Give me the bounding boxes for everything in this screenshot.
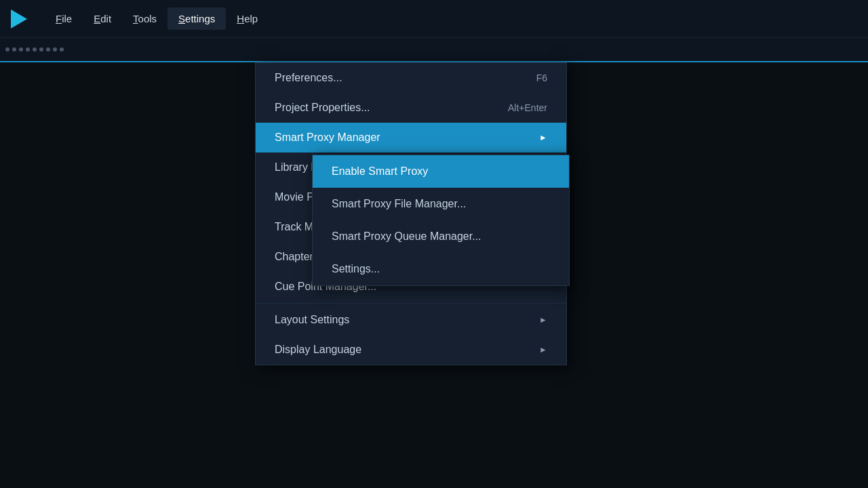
menu-help[interactable]: Help xyxy=(226,7,269,30)
toolbar-dot xyxy=(33,47,37,52)
toolbar-dot xyxy=(19,47,23,52)
app-logo xyxy=(5,5,33,33)
menu-project-properties[interactable]: Project Properties... Alt+Enter xyxy=(256,93,566,123)
menu-tools-label: Tools xyxy=(133,13,157,24)
smart-proxy-file-manager-label: Smart Proxy File Manager... xyxy=(332,198,466,210)
menu-smart-proxy-manager[interactable]: Smart Proxy Manager ► xyxy=(256,123,566,152)
menubar: File Edit Tools Settings Help xyxy=(0,0,868,38)
toolbar-strip xyxy=(0,38,868,62)
toolbar-dot xyxy=(5,47,9,52)
menu-settings[interactable]: Settings xyxy=(167,7,226,30)
main-content: Preferences... F6 Project Properties... … xyxy=(0,62,868,488)
toolbar-dot xyxy=(26,47,30,52)
submenu-smart-proxy-file-manager[interactable]: Smart Proxy File Manager... xyxy=(313,188,569,220)
arrow-icon: ► xyxy=(539,345,547,354)
menu-tools[interactable]: Tools xyxy=(122,7,167,30)
arrow-icon: ► xyxy=(539,315,547,325)
smart-proxy-submenu: Enable Smart Proxy Smart Proxy File Mana… xyxy=(312,155,570,286)
project-properties-shortcut: Alt+Enter xyxy=(508,102,547,113)
menu-help-label: Help xyxy=(237,13,258,24)
arrow-icon: ► xyxy=(539,133,547,142)
toolbar-dot xyxy=(60,47,64,52)
play-logo-icon xyxy=(11,9,27,28)
submenu-settings-label: Settings... xyxy=(332,263,380,275)
submenu-enable-smart-proxy[interactable]: Enable Smart Proxy xyxy=(313,155,569,188)
preferences-shortcut: F6 xyxy=(536,73,547,83)
menu-settings-label: Settings xyxy=(178,13,215,24)
menu-display-language[interactable]: Display Language ► xyxy=(256,335,566,365)
toolbar-dot xyxy=(46,47,50,52)
smart-proxy-queue-manager-label: Smart Proxy Queue Manager... xyxy=(332,230,481,243)
enable-smart-proxy-label: Enable Smart Proxy xyxy=(332,165,428,178)
toolbar-dot xyxy=(39,47,43,52)
display-language-label: Display Language xyxy=(275,344,361,356)
menu-separator xyxy=(256,303,566,304)
layout-settings-label: Layout Settings xyxy=(275,314,349,326)
toolbar-dot xyxy=(53,47,57,52)
preferences-label: Preferences... xyxy=(275,72,342,84)
menu-file-label: File xyxy=(56,13,72,24)
smart-proxy-manager-label: Smart Proxy Manager xyxy=(275,131,380,144)
submenu-smart-proxy-queue-manager[interactable]: Smart Proxy Queue Manager... xyxy=(313,220,569,253)
project-properties-label: Project Properties... xyxy=(275,102,370,114)
menu-edit-label: Edit xyxy=(94,13,111,24)
submenu-settings[interactable]: Settings... xyxy=(313,253,569,285)
menu-edit[interactable]: Edit xyxy=(83,7,122,30)
toolbar-dot xyxy=(12,47,16,52)
menu-layout-settings[interactable]: Layout Settings ► xyxy=(256,305,566,335)
menu-preferences[interactable]: Preferences... F6 xyxy=(256,63,566,93)
menu-file[interactable]: File xyxy=(45,7,83,30)
dropdown-overlay: Preferences... F6 Project Properties... … xyxy=(0,62,868,488)
